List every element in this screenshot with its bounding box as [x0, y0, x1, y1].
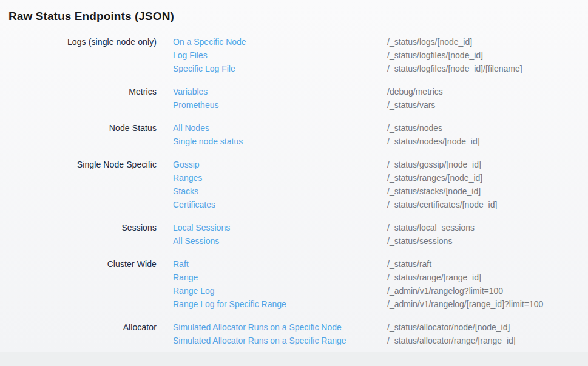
endpoint-path: /_status/ranges/[node_id]: [387, 171, 588, 185]
endpoint-path: /_status/nodes: [387, 121, 588, 135]
category-label: [8, 271, 157, 284]
endpoint-row: Cluster WideRaft/_status/raft: [8, 257, 588, 271]
endpoint-row: Log Files/_status/logfiles/[node_id]: [8, 49, 588, 62]
endpoint-link[interactable]: Log Files: [157, 49, 387, 62]
category-label: Sessions: [8, 221, 157, 234]
category-label: Single Node Specific: [8, 158, 157, 171]
debug-page: Raw Status Endpoints (JSON) Logs (single…: [0, 0, 588, 352]
endpoint-link[interactable]: Range: [157, 271, 387, 284]
endpoint-section: MetricsVariables/debug/metricsPrometheus…: [8, 85, 588, 112]
endpoint-path: /_status/raft: [387, 257, 588, 271]
endpoint-path: /_status/sessions: [387, 234, 588, 248]
category-label: Node Status: [8, 121, 157, 135]
endpoint-link[interactable]: Range Log: [157, 284, 387, 297]
endpoint-path: /_status/allocator/node/[node_id]: [387, 320, 588, 334]
category-label: Logs (single node only): [8, 35, 157, 49]
endpoint-path: /_status/vars: [387, 98, 588, 112]
category-label: [8, 135, 157, 148]
endpoint-link[interactable]: Specific Log File: [157, 62, 387, 75]
endpoint-path: /_status/range/[range_id]: [387, 271, 588, 284]
endpoint-row: Range/_status/range/[range_id]: [8, 271, 588, 284]
endpoint-path: /_status/logfiles/[node_id]: [387, 49, 588, 62]
endpoint-link[interactable]: On a Specific Node: [157, 35, 387, 49]
endpoint-link[interactable]: Simulated Allocator Runs on a Specific N…: [157, 320, 387, 334]
category-label: [8, 49, 157, 62]
category-label: [8, 171, 157, 185]
category-label: [8, 334, 157, 347]
endpoint-path: /_status/logfiles/[node_id]/[filename]: [387, 62, 588, 75]
endpoint-link[interactable]: Raft: [157, 257, 387, 271]
endpoint-path: /_admin/v1/rangelog/[range_id]?limit=100: [387, 297, 588, 311]
endpoint-link[interactable]: Single node status: [157, 135, 387, 148]
endpoint-link[interactable]: Ranges: [157, 171, 387, 185]
endpoint-row: Prometheus/_status/vars: [8, 98, 588, 112]
endpoint-path: /_status/allocator/range/[range_id]: [387, 334, 588, 347]
endpoint-path: /_status/nodes/[node_id]: [387, 135, 588, 148]
endpoint-row: Certificates/_status/certificates/[node_…: [8, 198, 588, 211]
endpoint-link[interactable]: Certificates: [157, 198, 387, 211]
endpoint-row: Ranges/_status/ranges/[node_id]: [8, 171, 588, 185]
endpoint-link[interactable]: All Nodes: [157, 121, 387, 135]
category-label: Metrics: [8, 85, 157, 98]
endpoint-section: Single Node SpecificGossip/_status/gossi…: [8, 158, 588, 211]
endpoint-row: Single Node SpecificGossip/_status/gossi…: [8, 158, 588, 171]
endpoint-row: Specific Log File/_status/logfiles/[node…: [8, 62, 588, 75]
endpoint-link[interactable]: Local Sessions: [157, 221, 387, 234]
endpoint-path: /_status/gossip/[node_id]: [387, 158, 588, 171]
endpoint-row: MetricsVariables/debug/metrics: [8, 85, 588, 98]
endpoint-section: SessionsLocal Sessions/_status/local_ses…: [8, 221, 588, 248]
endpoint-path: /_status/certificates/[node_id]: [387, 198, 588, 211]
endpoint-row: Logs (single node only)On a Specific Nod…: [8, 35, 588, 49]
category-label: [8, 98, 157, 112]
endpoint-section: AllocatorSimulated Allocator Runs on a S…: [8, 320, 588, 347]
page-title: Raw Status Endpoints (JSON): [8, 8, 588, 24]
endpoint-row: All Sessions/_status/sessions: [8, 234, 588, 248]
endpoint-path: /_admin/v1/rangelog?limit=100: [387, 284, 588, 297]
category-label: [8, 62, 157, 75]
category-label: [8, 284, 157, 297]
endpoint-row: Stacks/_status/stacks/[node_id]: [8, 185, 588, 198]
endpoint-row: Range Log for Specific Range/_admin/v1/r…: [8, 297, 588, 311]
category-label: [8, 297, 157, 311]
endpoint-link[interactable]: All Sessions: [157, 234, 387, 248]
endpoint-row: Single node status/_status/nodes/[node_i…: [8, 135, 588, 148]
endpoint-link[interactable]: Gossip: [157, 158, 387, 171]
endpoint-link[interactable]: Simulated Allocator Runs on a Specific R…: [157, 334, 387, 347]
category-label: Allocator: [8, 320, 157, 334]
endpoint-link[interactable]: Variables: [157, 85, 387, 98]
endpoint-path: /_status/stacks/[node_id]: [387, 185, 588, 198]
endpoint-link[interactable]: Stacks: [157, 185, 387, 198]
category-label: Cluster Wide: [8, 257, 157, 271]
endpoint-row: Simulated Allocator Runs on a Specific R…: [8, 334, 588, 347]
endpoint-row: Range Log/_admin/v1/rangelog?limit=100: [8, 284, 588, 297]
endpoint-path: /debug/metrics: [387, 85, 588, 98]
endpoint-link[interactable]: Prometheus: [157, 98, 387, 112]
category-label: [8, 185, 157, 198]
endpoint-row: AllocatorSimulated Allocator Runs on a S…: [8, 320, 588, 334]
endpoint-link[interactable]: Range Log for Specific Range: [157, 297, 387, 311]
endpoint-section: Logs (single node only)On a Specific Nod…: [8, 35, 588, 75]
endpoint-section: Node StatusAll Nodes/_status/nodesSingle…: [8, 121, 588, 148]
endpoint-section: Cluster WideRaft/_status/raftRange/_stat…: [8, 257, 588, 311]
endpoint-row: SessionsLocal Sessions/_status/local_ses…: [8, 221, 588, 234]
category-label: [8, 198, 157, 211]
endpoint-row: Node StatusAll Nodes/_status/nodes: [8, 121, 588, 135]
endpoint-path: /_status/logs/[node_id]: [387, 35, 588, 49]
endpoint-path: /_status/local_sessions: [387, 221, 588, 234]
category-label: [8, 234, 157, 248]
endpoints-table: Logs (single node only)On a Specific Nod…: [8, 35, 588, 347]
